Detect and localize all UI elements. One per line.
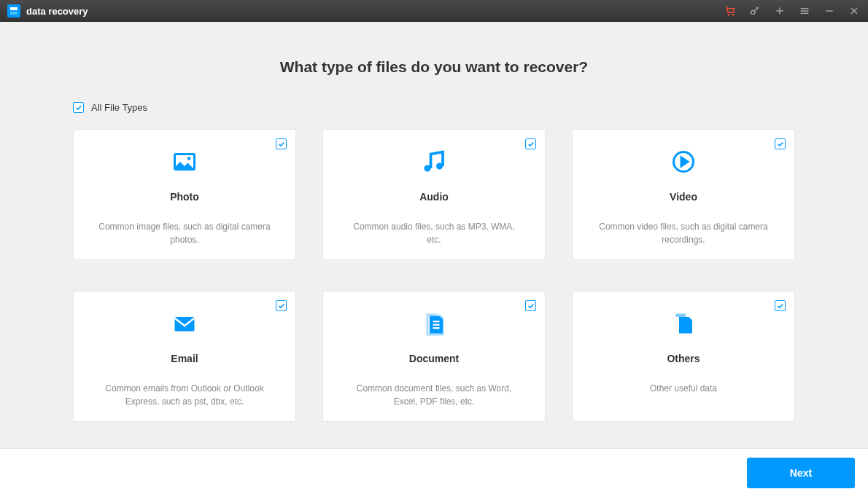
files-icon xyxy=(670,309,697,338)
document-icon xyxy=(421,309,447,338)
photo-icon xyxy=(171,147,198,176)
cart-icon[interactable] xyxy=(724,4,737,17)
audio-icon xyxy=(421,147,447,176)
card-title: Audio xyxy=(419,191,449,203)
titlebar-right xyxy=(724,4,861,17)
card-desc: Common video files, such as digital came… xyxy=(586,220,781,246)
page-title: What type of files do you want to recove… xyxy=(73,58,795,76)
card-title: Video xyxy=(670,191,697,203)
svg-point-0 xyxy=(728,15,729,15)
all-file-types-label: All File Types xyxy=(91,102,147,113)
video-icon xyxy=(670,147,697,176)
key-icon[interactable] xyxy=(748,4,762,17)
checkbox-icon xyxy=(73,102,84,113)
all-file-types-toggle[interactable]: All File Types xyxy=(73,102,795,113)
svg-point-1 xyxy=(732,15,733,15)
card-title: Email xyxy=(171,353,198,364)
plus-icon[interactable] xyxy=(773,4,786,17)
email-icon xyxy=(171,309,198,338)
checkbox-icon[interactable] xyxy=(775,138,786,149)
card-audio[interactable]: Audio Common audio files, such as MP3, W… xyxy=(322,129,546,260)
card-document[interactable]: Document Common document files, such as … xyxy=(322,291,546,422)
content-area: What type of files do you want to recove… xyxy=(0,22,868,448)
card-title: Document xyxy=(409,353,459,364)
checkbox-icon[interactable] xyxy=(276,300,287,311)
checkbox-icon[interactable] xyxy=(525,138,536,149)
titlebar: data recovery xyxy=(0,0,868,22)
card-desc: Other useful data xyxy=(640,382,727,395)
app-title: data recovery xyxy=(26,6,88,17)
card-title: Others xyxy=(667,353,700,364)
card-desc: Common emails from Outlook or Outlook Ex… xyxy=(87,382,282,408)
card-title: Photo xyxy=(170,191,199,203)
svg-point-4 xyxy=(187,157,191,160)
checkbox-icon[interactable] xyxy=(276,138,287,149)
svg-rect-6 xyxy=(175,317,195,332)
card-desc: Common document files, such as Word, Exc… xyxy=(336,382,532,408)
card-email[interactable]: Email Common emails from Outlook or Outl… xyxy=(73,291,296,422)
svg-point-2 xyxy=(751,10,755,14)
titlebar-left: data recovery xyxy=(7,4,88,17)
checkbox-icon[interactable] xyxy=(775,300,786,311)
card-photo[interactable]: Photo Common image files, such as digita… xyxy=(73,129,296,260)
file-type-cards: Photo Common image files, such as digita… xyxy=(73,129,795,422)
card-desc: Common image files, such as digital came… xyxy=(87,220,282,246)
next-button[interactable]: Next xyxy=(747,458,855,488)
card-desc: Common audio files, such as MP3, WMA, et… xyxy=(336,220,532,246)
footer: Next xyxy=(0,448,868,497)
card-others[interactable]: Others Other useful data xyxy=(572,291,795,422)
menu-icon[interactable] xyxy=(798,4,811,17)
checkbox-icon[interactable] xyxy=(525,300,536,311)
card-video[interactable]: Video Common video files, such as digita… xyxy=(572,129,795,260)
close-icon[interactable] xyxy=(848,4,861,17)
minimize-icon[interactable] xyxy=(823,4,836,17)
app-logo-icon xyxy=(7,4,20,17)
